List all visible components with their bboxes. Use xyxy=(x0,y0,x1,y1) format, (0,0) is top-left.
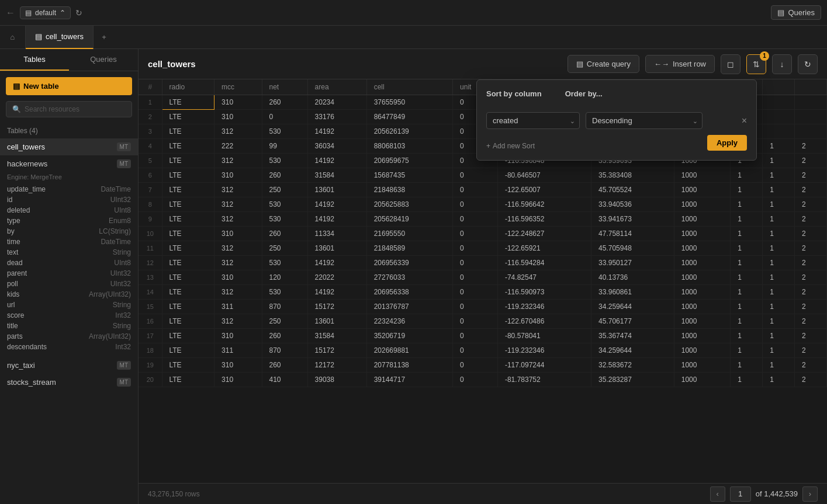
cell-lon[interactable]: -116.596642 xyxy=(497,197,591,212)
cell-net[interactable]: 870 xyxy=(262,343,307,358)
cell-radio[interactable]: LTE xyxy=(162,183,214,197)
cell-range[interactable]: 1000 xyxy=(674,212,731,227)
cell-area[interactable]: 14192 xyxy=(307,154,366,168)
cell-unit[interactable]: 0 xyxy=(453,183,498,197)
cell-radio[interactable]: LTE xyxy=(162,95,214,110)
cell-c1[interactable]: 1 xyxy=(731,373,763,387)
cell-cell[interactable]: 21695550 xyxy=(366,227,452,241)
cell-lon[interactable]: -80.578041 xyxy=(497,329,591,343)
cell-unit[interactable]: 0 xyxy=(453,373,498,387)
cell-range[interactable]: 1000 xyxy=(674,314,731,329)
cell-area[interactable]: 13601 xyxy=(307,241,366,256)
cell-radio[interactable]: LTE xyxy=(162,241,214,256)
create-query-button[interactable]: ▤ Create query xyxy=(568,55,639,73)
cell-mcc[interactable]: 312 xyxy=(214,285,262,300)
cell-range[interactable]: 1000 xyxy=(674,373,731,387)
cell-area[interactable]: 20234 xyxy=(307,95,366,110)
cell-unit[interactable]: 0 xyxy=(453,227,498,241)
column-select[interactable]: created radio mcc net area cell xyxy=(486,112,580,129)
cell-c1[interactable]: 1 xyxy=(731,241,763,256)
cell-lat[interactable]: 33.960861 xyxy=(591,285,674,300)
cell-c2[interactable]: 1 xyxy=(763,139,795,154)
cell-num[interactable]: 10 xyxy=(139,227,162,241)
cell-mcc[interactable]: 311 xyxy=(214,343,262,358)
cell-lon[interactable]: -116.594284 xyxy=(497,256,591,270)
cell-c2[interactable]: 1 xyxy=(763,270,795,285)
sidebar-tab-tables[interactable]: Tables xyxy=(0,49,69,71)
cell-mcc[interactable]: 310 xyxy=(214,373,262,387)
cell-net[interactable]: 260 xyxy=(262,358,307,373)
cell-net[interactable]: 530 xyxy=(262,256,307,270)
cell-radio[interactable]: LTE xyxy=(162,256,214,270)
cell-unit[interactable]: 0 xyxy=(453,300,498,314)
cell-cell[interactable]: 86477849 xyxy=(366,110,452,124)
cell-c2[interactable]: 1 xyxy=(763,241,795,256)
cell-area[interactable]: 12172 xyxy=(307,358,366,373)
cell-c2[interactable] xyxy=(763,95,795,110)
cell-c2[interactable]: 1 xyxy=(763,358,795,373)
cell-num[interactable]: 15 xyxy=(139,300,162,314)
cell-c1[interactable]: 1 xyxy=(731,343,763,358)
cell-unit[interactable]: 0 xyxy=(453,168,498,183)
cell-c3[interactable]: 2 xyxy=(795,343,827,358)
cell-lat[interactable]: 35.367474 xyxy=(591,329,674,343)
cell-c1[interactable]: 1 xyxy=(731,183,763,197)
cell-c3[interactable]: 2 xyxy=(795,256,827,270)
cell-net[interactable]: 530 xyxy=(262,124,307,139)
cell-net[interactable]: 530 xyxy=(262,285,307,300)
refresh-icon[interactable]: ↻ xyxy=(75,8,82,18)
cell-mcc[interactable]: 312 xyxy=(214,212,262,227)
cell-unit[interactable]: 0 xyxy=(453,329,498,343)
cell-num[interactable]: 1 xyxy=(139,95,162,110)
cell-range[interactable]: 1000 xyxy=(674,343,731,358)
cell-area[interactable]: 31584 xyxy=(307,168,366,183)
prev-page-button[interactable]: ‹ xyxy=(710,486,725,502)
cell-range[interactable]: 1000 xyxy=(674,256,731,270)
cell-cell[interactable]: 205626139 xyxy=(366,124,452,139)
cell-cell[interactable]: 37655950 xyxy=(366,95,452,110)
cell-cell[interactable]: 21848589 xyxy=(366,241,452,256)
cell-lat[interactable]: 34.259644 xyxy=(591,300,674,314)
cell-radio[interactable]: LTE xyxy=(162,212,214,227)
cell-radio[interactable]: LTE xyxy=(162,373,214,387)
cell-range[interactable]: 1000 xyxy=(674,168,731,183)
cell-c3[interactable]: 2 xyxy=(795,197,827,212)
cell-lon[interactable]: -116.596352 xyxy=(497,212,591,227)
cell-num[interactable]: 16 xyxy=(139,314,162,329)
cell-radio[interactable]: LTE xyxy=(162,285,214,300)
cell-mcc[interactable]: 312 xyxy=(214,154,262,168)
cell-lat[interactable]: 35.383408 xyxy=(591,168,674,183)
cell-c2[interactable]: 1 xyxy=(763,256,795,270)
cell-mcc[interactable]: 312 xyxy=(214,124,262,139)
cell-c1[interactable]: 1 xyxy=(731,270,763,285)
cell-radio[interactable]: LTE xyxy=(162,197,214,212)
cell-radio[interactable]: LTE xyxy=(162,110,214,124)
cell-unit[interactable]: 0 xyxy=(453,314,498,329)
cell-c2[interactable]: 1 xyxy=(763,168,795,183)
cell-area[interactable]: 14192 xyxy=(307,124,366,139)
sidebar-tab-queries[interactable]: Queries xyxy=(69,49,138,71)
cell-area[interactable]: 31584 xyxy=(307,329,366,343)
cell-net[interactable]: 260 xyxy=(262,168,307,183)
cell-unit[interactable]: 0 xyxy=(453,212,498,227)
cell-net[interactable]: 260 xyxy=(262,329,307,343)
refresh-table-button[interactable]: ↻ xyxy=(798,54,818,74)
cell-c3[interactable]: 2 xyxy=(795,270,827,285)
cell-area[interactable]: 33176 xyxy=(307,110,366,124)
cell-radio[interactable]: LTE xyxy=(162,270,214,285)
cell-area[interactable]: 15172 xyxy=(307,343,366,358)
cell-c2[interactable]: 1 xyxy=(763,343,795,358)
queries-button[interactable]: ▤ Queries xyxy=(771,5,821,20)
cell-num[interactable]: 8 xyxy=(139,197,162,212)
cell-range[interactable]: 1000 xyxy=(674,227,731,241)
cell-c2[interactable]: 1 xyxy=(763,314,795,329)
cell-c3[interactable]: 2 xyxy=(795,241,827,256)
cell-cell[interactable]: 39144717 xyxy=(366,373,452,387)
cell-num[interactable]: 7 xyxy=(139,183,162,197)
database-selector[interactable]: ▤ default ⌃ xyxy=(20,6,71,19)
download-button[interactable]: ↓ xyxy=(772,54,792,74)
cell-unit[interactable]: 0 xyxy=(453,270,498,285)
cell-unit[interactable]: 0 xyxy=(453,343,498,358)
cell-mcc[interactable]: 310 xyxy=(214,329,262,343)
cell-area[interactable]: 13601 xyxy=(307,183,366,197)
